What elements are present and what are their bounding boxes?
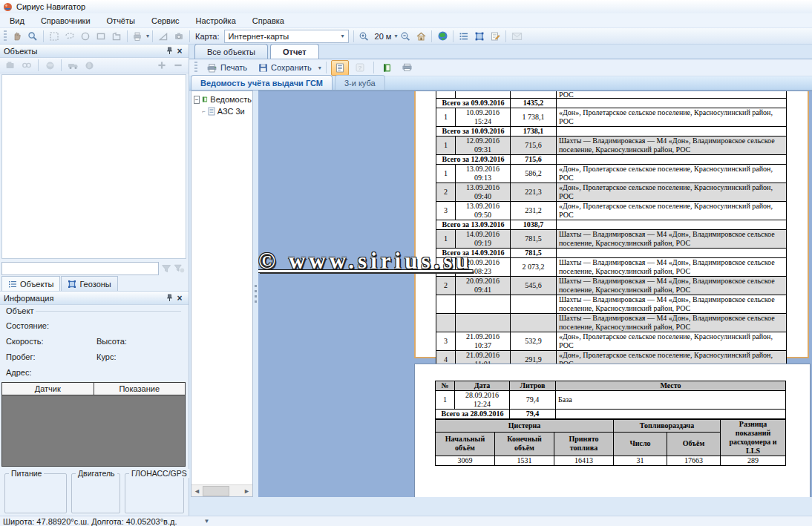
cistern-group-header: Цистерна — [436, 420, 614, 433]
print-map-caret[interactable]: ▾ — [146, 33, 149, 39]
map-source-value: Интернет-карты — [229, 32, 289, 41]
snapshot-icon[interactable] — [171, 30, 186, 43]
pin-icon[interactable] — [164, 293, 174, 303]
save-dropdown-caret[interactable]: ▾ — [318, 65, 321, 71]
course-label: Курс: — [96, 352, 116, 361]
rect-tool-icon[interactable] — [94, 30, 108, 43]
toolbar-separator — [43, 30, 44, 42]
cell-liters: 586,2 — [511, 165, 557, 183]
objects-toolbar — [0, 58, 189, 73]
geozones-icon[interactable] — [472, 30, 487, 43]
address-label: Адрес: — [6, 368, 32, 377]
filter-clear-icon[interactable] — [174, 264, 185, 273]
scroll-left-icon[interactable]: ◄ — [191, 486, 203, 496]
splitter-handle[interactable] — [255, 285, 257, 304]
menu-spravka[interactable]: Справка — [244, 15, 292, 27]
edit-notes-icon[interactable] — [488, 30, 502, 43]
fuel-summary-table: Цистерна Топливораздача Разница показани… — [435, 419, 786, 466]
globe-icon[interactable] — [435, 30, 450, 43]
menu-otchety[interactable]: Отчёты — [99, 15, 143, 27]
tab-all-objects[interactable]: Все объекты — [194, 44, 268, 59]
vehicle-icon — [65, 59, 80, 72]
report-page-1: РОСВсего за 09.09.20161435,2110.09.2016 … — [414, 91, 809, 358]
report-data-row: 114.09.2016 09:19781,5Шахты — Владимиров… — [436, 230, 787, 249]
collapse-minus-icon[interactable] — [171, 59, 186, 72]
close-icon[interactable]: × — [174, 46, 185, 56]
lasso-select-icon[interactable] — [62, 30, 77, 43]
zoom-select-icon[interactable] — [25, 30, 40, 43]
zoom-in-icon[interactable] — [357, 30, 372, 43]
menu-vid[interactable]: Вид — [1, 15, 33, 27]
cell-datetime: 28.09.2016 12:24 — [455, 391, 510, 410]
report-book-button[interactable] — [379, 60, 396, 76]
expand-plus-icon[interactable] — [154, 59, 169, 72]
cell-num — [436, 314, 456, 332]
scroll-thumb[interactable] — [203, 486, 229, 496]
object-filter-input[interactable] — [1, 262, 159, 275]
report-data-row: 110.09.2016 15:241 738,1«Дон», Пролетарс… — [436, 108, 787, 127]
pan-hand-icon[interactable] — [10, 30, 24, 43]
print-map-icon[interactable] — [131, 30, 145, 43]
zoom-out-icon[interactable] — [398, 30, 413, 43]
menu-nastroyka[interactable]: Настройка — [188, 15, 244, 27]
home-icon[interactable] — [413, 30, 428, 43]
page-setup-button[interactable] — [399, 60, 416, 76]
report-tab-3cuba[interactable]: 3-и куба — [335, 75, 385, 90]
close-icon[interactable]: × — [174, 293, 185, 303]
zoom-level-caret[interactable]: ▾ — [394, 33, 397, 39]
save-button[interactable]: Сохранить — [254, 62, 316, 73]
sensor-col-header[interactable]: Датчик — [2, 383, 94, 395]
polygon-tool-icon[interactable] — [109, 30, 124, 43]
menu-servis[interactable]: Сервис — [143, 15, 188, 27]
tab-geozones[interactable]: Геозоны — [61, 276, 117, 291]
splitter[interactable] — [253, 91, 258, 497]
help-icon: ? — [356, 63, 364, 72]
tab-objects[interactable]: Объекты — [1, 276, 60, 291]
toolbar-separator — [453, 30, 454, 42]
circle-tool-icon[interactable] — [78, 30, 93, 43]
statusbar-dropdown-caret[interactable]: ▼ — [203, 518, 209, 525]
cell-liters — [511, 314, 557, 332]
report-data-row: 313.09.2016 09:50231,2«Дон», Пролетарско… — [436, 202, 787, 220]
track-list-icon[interactable] — [456, 30, 471, 43]
report-tab-vedomost-label: Ведомость учёта выдачи ГСМ — [200, 79, 323, 88]
cell-datetime — [456, 295, 511, 314]
report-params-toggle[interactable] — [331, 60, 349, 76]
engine-group: Двигатель — [71, 473, 120, 513]
measure-tool-icon[interactable] — [156, 30, 171, 43]
tree-hscrollbar[interactable]: ◄ ► — [191, 484, 252, 496]
geozones-tab-icon — [68, 280, 76, 289]
toolbar-separator — [152, 30, 153, 42]
tab-objects-label: Объекты — [20, 280, 53, 289]
page-setup-icon — [402, 63, 413, 72]
combo-arrow-icon[interactable]: ▾ — [338, 30, 348, 42]
title-bar: Сириус Навигатор — [0, 0, 812, 13]
toolbar-grip[interactable] — [194, 62, 197, 73]
cell-num: 1 — [436, 391, 455, 410]
tab-report[interactable]: Отчет — [270, 44, 319, 59]
tree-node-root[interactable]: − Ведомость — [194, 95, 252, 104]
filter-icon[interactable] — [161, 264, 171, 273]
cell-place: «Дон», Пролетарское сельское поселение, … — [557, 202, 787, 220]
report-partial-row: РОС — [436, 91, 787, 99]
received-fuel-header: Принято топлива — [554, 432, 614, 456]
cell-place: «Дон», Пролетарское сельское поселение, … — [557, 332, 787, 351]
zoom-level-value[interactable]: 20 м — [373, 32, 394, 41]
objects-list[interactable] — [1, 74, 186, 259]
report-preview[interactable]: РОСВсего за 09.09.20161435,2110.09.2016 … — [258, 91, 812, 497]
scroll-right-icon[interactable]: ► — [241, 486, 252, 496]
report-tab-vedomost[interactable]: Ведомость учёта выдачи ГСМ — [191, 75, 333, 90]
toolbar-grip[interactable] — [4, 30, 7, 42]
tree-node-child[interactable]: ⌐ АЗС 3и — [202, 107, 251, 116]
print-button[interactable]: Печать — [202, 62, 252, 73]
value-col-header[interactable]: Показание — [94, 383, 186, 395]
objects-list-icon — [8, 280, 17, 289]
select-rect-icon[interactable] — [47, 30, 62, 43]
total-label: Всего за 10.09.2016 — [436, 127, 511, 137]
dispense-group-header: Топливораздача — [614, 420, 721, 433]
sensor-table: Датчик Показание — [1, 382, 186, 467]
menu-spravochniki[interactable]: Справочники — [33, 15, 99, 27]
tree-collapse-icon[interactable]: − — [194, 96, 200, 104]
map-source-select[interactable]: Интернет-карты ▾ — [224, 30, 349, 43]
pin-icon[interactable] — [164, 46, 174, 56]
